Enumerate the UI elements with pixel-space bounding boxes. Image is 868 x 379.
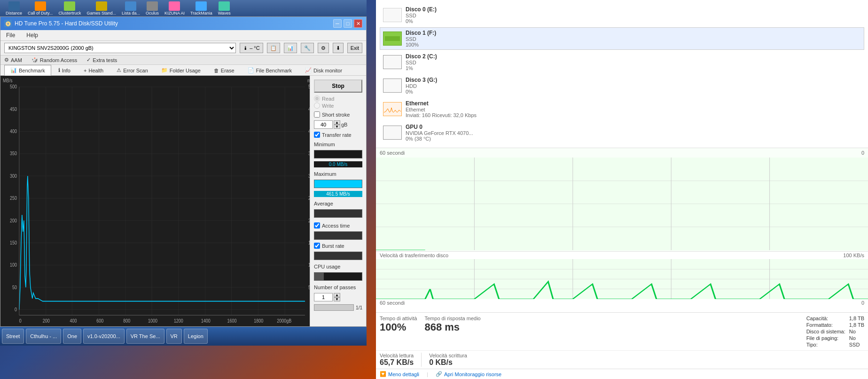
icon-label-trackmania: TrackMania [190,11,212,16]
feature-random-access[interactable]: 🎲 Random Access [31,57,77,63]
read-radio-input[interactable] [314,95,320,102]
desktop-icon-kizuna[interactable]: KIZUNA AI [163,0,187,16]
maximum-bar [314,180,362,188]
feature-extra-tests[interactable]: ✓ Extra tests [86,57,117,63]
menu-file[interactable]: File [4,31,17,39]
tab-disk-monitor[interactable]: 📈 Disk monitor [299,65,348,75]
ethernet-icon [383,102,402,116]
disco2-name: Disco 2 (C:) [406,53,437,60]
short-stroke-checkbox[interactable]: Short stroke [314,111,362,118]
benchmark-icon: 📊 [10,67,17,73]
taskbar-item-v1[interactable]: v1.0-v20200... [83,329,125,344]
extra-tests-icon: ✓ [86,57,91,63]
gb-down-btn[interactable]: ▼ [334,125,340,129]
write-radio-input[interactable] [314,103,320,109]
info-btn-2[interactable]: 📊 [284,43,297,53]
apri-monitoraggio-link[interactable]: 🔗 Apri Monitoraggio risorse [436,371,501,377]
device-item-disco0[interactable]: Disco 0 (E:) SSD 0% [380,4,864,26]
desktop-icon-clustertruck[interactable]: Clustertruck [56,0,83,16]
device-item-disco2[interactable]: Disco 2 (C:) SSD 1% [380,51,864,73]
taskbar-item-one[interactable]: One [63,329,81,344]
file-paging-value: No [849,335,864,341]
taskbar-item-vr-se[interactable]: VR The Se... [126,329,164,344]
info-btn-3[interactable]: 🔧 [301,43,314,53]
gb-input[interactable] [314,120,333,129]
close-button[interactable]: ✕ [354,19,362,28]
device-item-disco3[interactable]: Disco 3 (G:) HDD 0% [380,74,864,97]
stat-risposta: Tempo di risposta medio 868 ms [424,316,480,333]
burst-rate-input[interactable] [314,243,320,249]
error-label: Error Scan [123,68,148,73]
info-btn-5[interactable]: ⬇ [333,43,344,53]
health-icon: + [84,68,86,73]
desktop-icon-callofduty[interactable]: Call of Duty... [26,0,55,16]
desktop-icon-trackmania[interactable]: TrackMania [188,0,214,16]
taskbar-item-street[interactable]: Street [2,329,24,344]
disco0-type: SSD [406,13,437,18]
meno-dettagli-link[interactable]: 🔽 Meno dettagli [380,371,419,377]
stop-button[interactable]: Stop [314,79,362,93]
svg-text:300: 300 [10,173,17,179]
tab-benchmark[interactable]: 📊 Benchmark [4,65,51,76]
tempo-attivita-label: Tempo di attività [380,316,417,321]
tab-erase[interactable]: 🗑 Erase [208,65,241,75]
maximize-button[interactable]: □ [344,19,352,28]
access-time-bar [314,231,362,240]
desktop-icon-gamesstand[interactable]: Games Stand... [85,0,118,16]
device-item-gpu0[interactable]: GPU 0 NVIDIA GeForce RTX 4070... 0% (38 … [380,121,864,144]
disk-monitor-label: Disk monitor [313,68,342,73]
capacita-value: 1,8 TB [849,316,864,321]
tab-error-scan[interactable]: ⚠ Error Scan [110,65,154,75]
write-radio[interactable]: Write [314,103,362,109]
tab-health[interactable]: + Health [78,65,109,75]
access-time-input[interactable] [314,222,320,229]
cpu-bar [314,272,362,281]
speed-stats-row: Velocità lettura 65,7 KB/s Velocità scri… [376,350,868,369]
taskbar-item-cthulhu[interactable]: Cthulhu - ... [26,329,61,344]
feature-aam[interactable]: ⚙ AAM [4,57,22,63]
taskbar-item-vr[interactable]: VR [166,329,182,344]
disco1-percent: 100% [406,42,436,47]
desktop-icon-lista[interactable]: Lista da... [120,0,142,16]
menu-help[interactable]: Help [24,31,40,39]
taskbar-item-legion[interactable]: Legion [184,329,208,344]
tab-info[interactable]: ℹ Info [52,65,77,75]
svg-text:500: 500 [10,84,17,90]
tempo-attivita-value: 100% [380,321,417,333]
tab-folder-usage[interactable]: 📁 Folder Usage [155,65,207,75]
desktop-icon-waves[interactable]: Waves [216,0,233,16]
transfer-rate-checkbox[interactable]: Transfer rate [314,132,362,138]
read-radio[interactable]: Read [314,95,362,102]
device-item-disco1[interactable]: Disco 1 (F:) SSD 100% [380,27,864,50]
info-icon: ℹ [58,67,60,73]
tab-file-benchmark[interactable]: 📄 File Benchmark [242,65,298,75]
svg-text:400: 400 [70,318,77,324]
short-stroke-input[interactable] [314,111,320,118]
icon-label-clustertruck: Clustertruck [58,11,81,16]
transfer-rate-input[interactable] [314,132,320,138]
tipo-value: SSD [849,342,864,347]
desktop-icon-distance[interactable]: Distance [4,0,24,16]
info-btn-4[interactable]: ⚙ [318,43,329,53]
device-item-ethernet[interactable]: Ethernet Ethernet Inviati: 160 Ricevuti:… [380,98,864,120]
temp-button[interactable]: 🌡 – °C [240,43,263,53]
info-btn-1[interactable]: 📋 [267,43,280,53]
write-label: Write [322,103,334,109]
transfer-chart-section: Velocità di trasferimento disco 100 KB/s… [376,251,868,312]
read-write-group: Read Write [314,95,362,109]
access-time-checkbox[interactable]: Access time [314,222,362,229]
desktop-icon-oculus[interactable]: Oculus [144,0,161,16]
minimum-bar [314,150,362,158]
passes-input[interactable] [314,293,333,301]
folder-icon: 📁 [161,67,168,73]
transfer-time-right: 0 [861,300,864,306]
burst-rate-checkbox[interactable]: Burst rate [314,243,362,249]
gb-up-btn[interactable]: ▲ [334,120,340,125]
exit-button[interactable]: Exit [347,43,362,53]
passes-down-btn[interactable]: ▼ [334,297,340,301]
disk-selector[interactable]: KINGSTON SNV2S2000G (2000 gB) [4,43,236,53]
gpu0-type: NVIDIA GeForce RTX 4070... [406,130,473,136]
passes-up-btn[interactable]: ▲ [334,293,340,297]
svg-text:350: 350 [10,151,17,157]
minimize-button[interactable]: ─ [333,19,342,28]
